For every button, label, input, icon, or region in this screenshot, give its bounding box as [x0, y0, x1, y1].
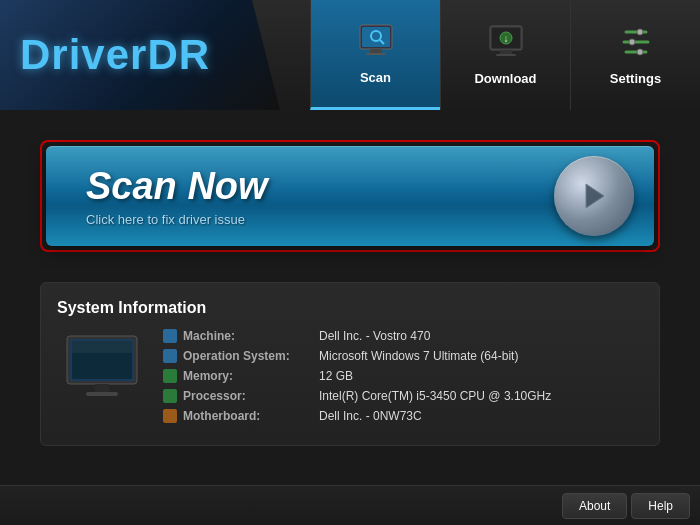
tab-scan-label: Scan — [360, 70, 391, 85]
tab-settings[interactable]: Settings — [570, 0, 700, 110]
header: DriverDR Scan — [0, 0, 700, 110]
help-button[interactable]: Help — [631, 493, 690, 519]
info-table: Machine: Dell Inc. - Vostro 470 Operatio… — [163, 329, 643, 429]
info-row-processor: Processor: Intel(R) Core(TM) i5-3450 CPU… — [163, 389, 643, 403]
svg-rect-24 — [86, 392, 118, 396]
machine-icon — [163, 329, 177, 343]
scan-tab-icon — [356, 23, 396, 64]
settings-tab-icon — [616, 24, 656, 65]
info-row-machine: Machine: Dell Inc. - Vostro 470 — [163, 329, 643, 343]
svg-point-16 — [629, 39, 635, 45]
system-info-content: Machine: Dell Inc. - Vostro 470 Operatio… — [57, 329, 643, 429]
arrow-right-icon — [576, 178, 612, 214]
motherboard-value: Dell Inc. - 0NW73C — [319, 409, 422, 423]
memory-value: 12 GB — [319, 369, 353, 383]
machine-value: Dell Inc. - Vostro 470 — [319, 329, 430, 343]
scan-arrow-button[interactable] — [554, 156, 634, 236]
nav-tabs: Scan ↓ Download — [310, 0, 700, 110]
scan-button-wrapper: Scan Now Click here to fix driver issue — [40, 140, 660, 252]
svg-rect-23 — [95, 384, 109, 392]
processor-label: Processor: — [183, 389, 313, 403]
download-tab-icon: ↓ — [486, 24, 526, 65]
system-info-panel: System Information — [40, 282, 660, 446]
memory-label: Memory: — [183, 369, 313, 383]
svg-marker-18 — [586, 184, 604, 208]
svg-rect-22 — [72, 341, 132, 353]
svg-point-15 — [637, 29, 643, 35]
monitor-svg — [62, 334, 142, 404]
motherboard-label: Motherboard: — [183, 409, 313, 423]
processor-icon — [163, 389, 177, 403]
os-value: Microsoft Windows 7 Ultimate (64-bit) — [319, 349, 518, 363]
system-info-title: System Information — [57, 299, 643, 317]
tab-download-label: Download — [474, 71, 536, 86]
scan-button-text: Scan Now Click here to fix driver issue — [86, 165, 268, 227]
svg-rect-11 — [496, 54, 516, 56]
info-row-motherboard: Motherboard: Dell Inc. - 0NW73C — [163, 409, 643, 423]
tab-download[interactable]: ↓ Download — [440, 0, 570, 110]
processor-value: Intel(R) Core(TM) i5-3450 CPU @ 3.10GHz — [319, 389, 551, 403]
main-content: Scan Now Click here to fix driver issue … — [0, 110, 700, 476]
motherboard-icon — [163, 409, 177, 423]
info-row-memory: Memory: 12 GB — [163, 369, 643, 383]
footer: About Help — [0, 485, 700, 525]
logo-area: DriverDR — [0, 0, 280, 110]
os-icon — [163, 349, 177, 363]
svg-point-17 — [637, 49, 643, 55]
app-logo: DriverDR — [20, 31, 210, 79]
svg-rect-3 — [366, 53, 386, 55]
tab-scan[interactable]: Scan — [310, 0, 440, 110]
svg-text:↓: ↓ — [503, 33, 508, 44]
svg-rect-10 — [500, 50, 512, 54]
memory-icon — [163, 369, 177, 383]
about-button[interactable]: About — [562, 493, 627, 519]
svg-rect-2 — [370, 49, 382, 53]
scan-subtitle: Click here to fix driver issue — [86, 212, 268, 227]
scan-now-button[interactable]: Scan Now Click here to fix driver issue — [46, 146, 654, 246]
info-row-os: Operation System: Microsoft Windows 7 Ul… — [163, 349, 643, 363]
computer-icon — [57, 329, 147, 409]
os-label: Operation System: — [183, 349, 313, 363]
tab-settings-label: Settings — [610, 71, 661, 86]
machine-label: Machine: — [183, 329, 313, 343]
scan-now-label: Scan Now — [86, 165, 268, 208]
